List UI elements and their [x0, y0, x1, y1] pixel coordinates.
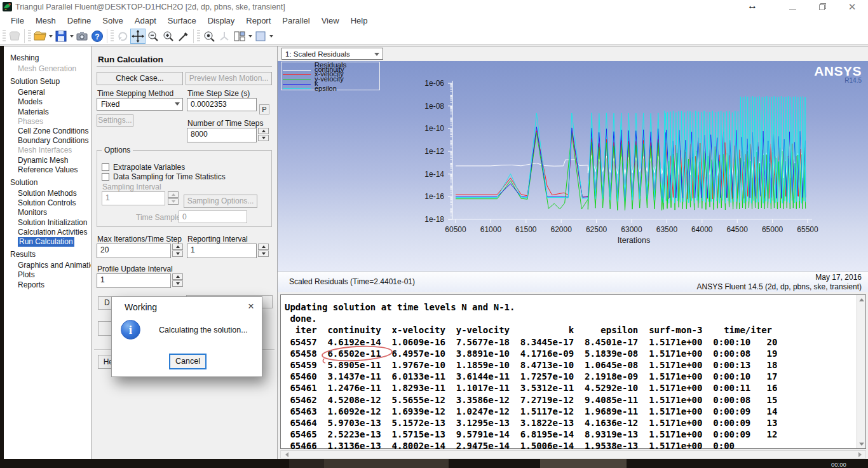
save-dropdown[interactable] [69, 29, 74, 44]
toolbar-separator [107, 29, 107, 43]
x-tick-label: 64000 [691, 225, 713, 234]
open-file-dropdown[interactable] [48, 29, 53, 44]
console-output[interactable]: Updating solution at time levels N and N… [280, 294, 866, 449]
snapshot-glyph [75, 29, 89, 43]
time-stepping-method-label: Time Stepping Method [97, 89, 173, 98]
panel-title: Run Calculation [98, 55, 163, 64]
display-mesh-glyph [8, 29, 22, 43]
chevron-down-icon [248, 35, 252, 38]
help-icon[interactable]: ? [90, 29, 105, 44]
console-vertical-scrollbar[interactable] [857, 295, 865, 448]
sidebar-item-materials[interactable]: Materials [18, 107, 91, 117]
sidebar-item-dynamic-mesh[interactable]: Dynamic Mesh [18, 156, 91, 165]
sidebar-item-boundary-conditions[interactable]: Boundary Conditions [18, 136, 91, 146]
scroll-left-arrow[interactable] [282, 451, 291, 458]
menu-mesh[interactable]: Mesh [30, 15, 62, 27]
preview-mesh-motion-button[interactable]: Preview Mesh Motion... [186, 72, 272, 85]
max-iterations-spinner[interactable] [172, 244, 183, 258]
zoom-in-icon[interactable] [161, 29, 176, 44]
minimize-button[interactable] [783, 1, 802, 13]
probe-icon[interactable] [176, 29, 191, 44]
sidebar-item-solution-controls[interactable]: Solution Controls [18, 198, 91, 208]
menu-view[interactable]: View [316, 15, 345, 27]
sidebar-item-cell-zone-conditions[interactable]: Cell Zone Conditions [18, 127, 91, 136]
sidebar-item-calculation-activities[interactable]: Calculation Activities [18, 228, 91, 237]
zoom-window-icon[interactable] [201, 29, 217, 44]
zoom-out-icon[interactable] [146, 29, 161, 44]
p-button[interactable]: P [259, 104, 269, 114]
dialog-close-icon[interactable]: × [248, 300, 254, 313]
sidebar-item-reference-values[interactable]: Reference Values [18, 165, 91, 175]
data-sampling-checkbox[interactable] [102, 173, 109, 181]
max-iterations-input[interactable]: 20 [97, 244, 171, 258]
view-surface-dropdown[interactable] [268, 29, 274, 44]
axes-tool-icon[interactable] [217, 29, 232, 44]
toolbar-grip [28, 30, 31, 43]
number-of-time-steps-input[interactable]: 8000 [187, 128, 257, 142]
close-button[interactable]: ✕ [843, 1, 862, 13]
taskbar-segment [324, 459, 449, 468]
profile-update-interval-input[interactable]: 1 [97, 273, 171, 288]
ansys-logo: ANSYS R14.5 [814, 65, 862, 84]
main-toolbar: ? [0, 27, 868, 45]
menu-adapt[interactable]: Adapt [129, 15, 162, 27]
menu-define[interactable]: Define [62, 15, 97, 27]
cancel-button[interactable]: Cancel [169, 354, 207, 369]
sampling-interval-input[interactable]: 1 [102, 191, 165, 205]
plot-caption-app: ANSYS Fluent 14.5 (2d, dp, pbns, ske, tr… [697, 282, 862, 292]
menu-bar: FileMeshDefineSolveAdaptSurfaceDisplayRe… [0, 14, 868, 27]
extrapolate-variables-checkbox[interactable] [102, 163, 109, 171]
windows-taskbar[interactable]: 00:00 [0, 459, 868, 468]
reporting-interval-spinner[interactable] [258, 244, 269, 258]
profile-update-interval-label: Profile Update Interval [97, 265, 173, 273]
max-iterations-label: Max Iterations/Time Step [97, 235, 182, 244]
menu-solve[interactable]: Solve [97, 15, 129, 27]
axes-tool-glyph [217, 29, 231, 43]
sidebar-item-models[interactable]: Models [18, 97, 91, 107]
time-steps-spinner[interactable] [258, 128, 269, 142]
residuals-plot-window: 1e-061e-081e-101e-121e-141e-161e-1860500… [278, 61, 868, 271]
x-tick-label: 62000 [551, 225, 573, 234]
sidebar-item-solution-methods[interactable]: Solution Methods [18, 189, 91, 198]
sidebar-item-general[interactable]: General [18, 88, 91, 97]
sidebar-item-graphics-and-animations[interactable]: Graphics and Animations [18, 261, 91, 270]
menu-report[interactable]: Report [240, 15, 276, 27]
menu-help[interactable]: Help [345, 15, 374, 27]
dialog-message: Calculating the solution... [159, 326, 248, 334]
display-mesh-icon[interactable] [7, 29, 22, 44]
title-bar: Triangul Parallel Fluent@DESKTOP-D1HCH2O… [0, 0, 868, 14]
sidebar-item-reports[interactable]: Reports [18, 280, 91, 290]
console-horizontal-scrollbar[interactable] [280, 450, 866, 458]
pan-icon[interactable] [130, 29, 146, 44]
snapshot-icon[interactable] [74, 29, 90, 44]
sampling-options-button[interactable]: Sampling Options... [184, 195, 257, 208]
restore-button[interactable] [813, 1, 832, 13]
graphics-window-selector[interactable]: 1: Scaled Residuals [281, 48, 383, 60]
legend-swatch-x-velocity [283, 74, 311, 75]
reporting-interval-input[interactable]: 1 [187, 244, 257, 258]
sidebar-item-plots[interactable]: Plots [18, 270, 91, 280]
view-surface-icon[interactable] [253, 29, 268, 44]
menu-parallel[interactable]: Parallel [276, 15, 315, 27]
scroll-right-arrow[interactable] [855, 451, 864, 458]
tree-section-solution: Solution [10, 178, 91, 188]
open-file-icon[interactable] [32, 29, 48, 44]
settings-button[interactable]: Settings... [97, 114, 133, 127]
menu-file[interactable]: File [5, 15, 30, 27]
menu-surface[interactable]: Surface [162, 15, 202, 27]
time-step-size-input[interactable]: 0.0002353 [187, 98, 257, 111]
scroll-up-arrow[interactable] [857, 295, 865, 304]
rotate-view-icon[interactable] [115, 29, 130, 44]
check-case-button[interactable]: Check Case... [97, 72, 183, 85]
profile-update-spinner[interactable] [172, 273, 183, 287]
arrange-windows-icon[interactable] [232, 29, 247, 44]
save-icon[interactable] [53, 29, 69, 44]
x-tick-label: 65000 [762, 225, 783, 234]
sidebar-item-run-calculation[interactable]: Run Calculation [18, 237, 74, 247]
menu-display[interactable]: Display [202, 15, 241, 27]
sidebar-item-solution-initialization[interactable]: Solution Initialization [18, 218, 91, 228]
time-stepping-method-select[interactable]: Fixed [97, 98, 183, 111]
arrange-windows-dropdown[interactable] [247, 29, 253, 44]
scroll-down-arrow[interactable] [857, 439, 865, 448]
sidebar-item-monitors[interactable]: Monitors [18, 208, 91, 217]
